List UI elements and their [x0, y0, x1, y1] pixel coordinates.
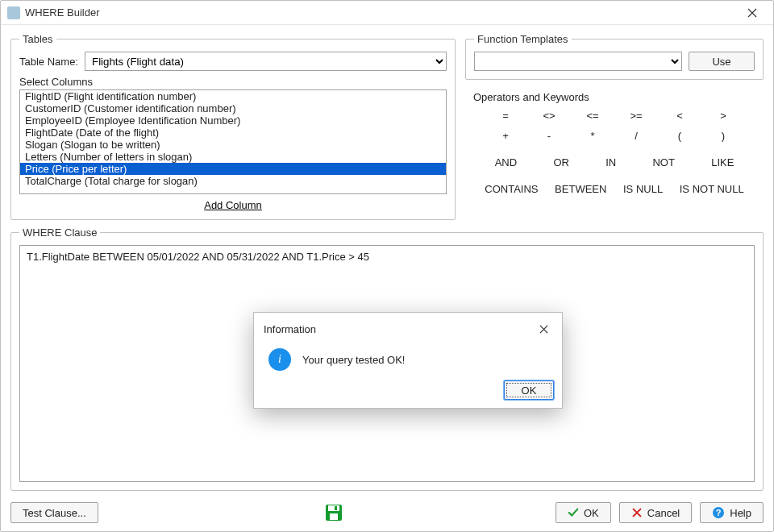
- column-item[interactable]: FlightID (Flight identification number): [20, 90, 446, 102]
- tables-fieldset: Tables Table Name: Flights (Flight data)…: [10, 33, 456, 220]
- save-icon[interactable]: [324, 503, 343, 522]
- column-item[interactable]: Slogan (Slogan to be written): [20, 139, 446, 151]
- column-item[interactable]: FlightDate (Date of the flight): [20, 127, 446, 139]
- content-area: Tables Table Name: Flights (Flight data)…: [1, 25, 773, 497]
- op-row-4: CONTAINSBETWEENIS NULLIS NOT NULL: [473, 181, 755, 197]
- tablename-row: Table Name: Flights (Flight data): [19, 52, 447, 71]
- operator[interactable]: *: [578, 128, 607, 143]
- operator[interactable]: >=: [622, 108, 651, 123]
- top-row: Tables Table Name: Flights (Flight data)…: [10, 33, 764, 220]
- titlebar: WHERE Builder: [1, 1, 773, 25]
- svg-text:?: ?: [716, 508, 722, 517]
- help-icon: ?: [712, 506, 725, 519]
- column-item[interactable]: CustomerID (Customer identification numb…: [20, 102, 446, 114]
- svg-rect-2: [330, 513, 338, 520]
- operator[interactable]: ): [709, 128, 738, 143]
- right-panel: Function Templates Use Operators and Key…: [465, 33, 764, 220]
- operator[interactable]: AND: [492, 155, 520, 170]
- operators-grid: =<><=>=<> +-*/() ANDORINNOTLIKE CONTAINS…: [473, 108, 755, 197]
- table-name-label: Table Name:: [19, 56, 78, 68]
- column-item[interactable]: TotalCharge (Total charge for slogan): [20, 175, 446, 187]
- operator[interactable]: LIKE: [708, 155, 737, 170]
- operator[interactable]: -: [535, 128, 564, 143]
- operator[interactable]: IS NOT NULL: [676, 181, 747, 197]
- use-button[interactable]: Use: [689, 52, 755, 71]
- bottom-bar: Test Clause... OK Cancel ? Help: [1, 497, 773, 531]
- op-row-3: ANDORINNOTLIKE: [473, 155, 755, 170]
- window-title: WHERE Builder: [20, 6, 736, 19]
- operators-box: Operators and Keywords =<><=>=<> +-*/() …: [465, 86, 764, 205]
- test-clause-button[interactable]: Test Clause...: [10, 502, 98, 523]
- column-item[interactable]: Price (Price per letter): [20, 163, 446, 175]
- svg-rect-1: [328, 505, 339, 511]
- operator[interactable]: >: [709, 108, 738, 123]
- dialog-ok-button[interactable]: OK: [504, 380, 554, 400]
- operator[interactable]: /: [622, 128, 651, 143]
- ok-button[interactable]: OK: [556, 502, 611, 523]
- add-column-link[interactable]: Add Column: [19, 199, 447, 211]
- dialog-body: i Your query tested OK!: [254, 340, 562, 376]
- close-icon: [539, 325, 548, 334]
- select-columns-label: Select Columns: [19, 76, 447, 88]
- dialog-titlebar: Information: [254, 313, 562, 340]
- check-icon: [568, 507, 579, 518]
- column-item[interactable]: Letters (Number of letters in slogan): [20, 151, 446, 163]
- where-builder-window: WHERE Builder Tables Table Name: Flights…: [0, 0, 774, 532]
- column-item[interactable]: EmployeeID (Employee Identification Numb…: [20, 114, 446, 127]
- operator[interactable]: IN: [602, 155, 619, 170]
- operator[interactable]: <: [665, 108, 694, 123]
- tablename-select[interactable]: Flights (Flight data): [85, 52, 447, 71]
- operator[interactable]: <=: [578, 108, 607, 123]
- function-template-row: Use: [474, 52, 755, 71]
- operator[interactable]: <>: [535, 108, 564, 123]
- information-dialog: Information i Your query tested OK! OK: [253, 312, 563, 409]
- function-templates-fieldset: Function Templates Use: [465, 33, 764, 80]
- tables-legend: Tables: [19, 33, 56, 45]
- operator[interactable]: =: [491, 108, 520, 123]
- close-button[interactable]: [736, 2, 768, 24]
- ok-button-label: OK: [584, 507, 599, 519]
- function-templates-legend: Function Templates: [474, 33, 572, 45]
- help-button[interactable]: ? Help: [700, 502, 764, 523]
- cancel-button-label: Cancel: [647, 507, 680, 519]
- dialog-message: Your query tested OK!: [302, 354, 405, 366]
- where-clause-legend: WHERE Clause: [19, 227, 100, 239]
- op-row-1: =<><=>=<>: [473, 108, 755, 123]
- cancel-icon: [631, 507, 643, 518]
- columns-listbox[interactable]: FlightID (Flight identification number)C…: [19, 89, 447, 194]
- app-icon: [7, 6, 20, 19]
- info-icon: i: [268, 348, 291, 371]
- dialog-footer: OK: [254, 376, 562, 408]
- function-template-select[interactable]: [474, 52, 682, 71]
- operator[interactable]: +: [491, 128, 520, 143]
- svg-rect-3: [335, 506, 337, 510]
- help-button-label: Help: [730, 507, 751, 519]
- operator[interactable]: CONTAINS: [481, 181, 541, 197]
- operators-legend: Operators and Keywords: [473, 91, 755, 103]
- operator[interactable]: (: [665, 128, 694, 143]
- close-icon: [747, 8, 757, 18]
- dialog-title: Information: [264, 323, 533, 335]
- operator[interactable]: NOT: [649, 155, 677, 170]
- dialog-close-button[interactable]: [533, 319, 554, 339]
- operator[interactable]: BETWEEN: [551, 181, 610, 197]
- operator[interactable]: OR: [550, 155, 572, 170]
- operator[interactable]: IS NULL: [620, 181, 666, 197]
- op-row-2: +-*/(): [473, 128, 755, 143]
- cancel-button[interactable]: Cancel: [619, 502, 692, 523]
